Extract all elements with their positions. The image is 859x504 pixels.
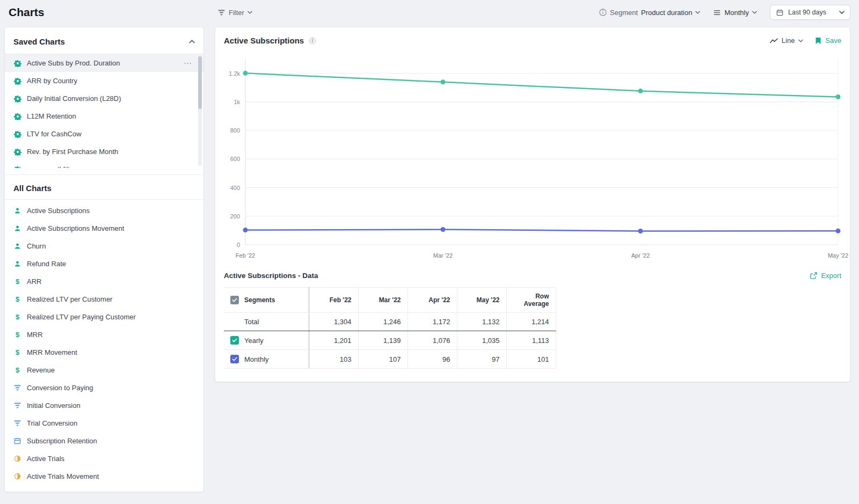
- chevron-down-icon: [752, 11, 757, 14]
- svg-text:1.2k: 1.2k: [229, 70, 240, 77]
- all-chart-item[interactable]: $Revenue: [5, 361, 203, 379]
- funnel-icon: [13, 385, 21, 391]
- export-label: Export: [821, 272, 841, 280]
- chevron-down-icon: [247, 11, 252, 14]
- chart-item-label: Refund Rate: [27, 260, 66, 268]
- segment-checkbox[interactable]: [230, 355, 239, 363]
- chart-type-select[interactable]: Line: [770, 36, 804, 45]
- gear-icon: [13, 166, 21, 169]
- chart-item-label: MRR Movement: [27, 348, 77, 356]
- info-icon[interactable]: [308, 37, 316, 45]
- chevron-down-icon: [839, 11, 845, 14]
- chevron-down-icon: [695, 11, 700, 14]
- chart-item-label: Active Trials: [27, 455, 64, 463]
- saved-charts-list: Active Subs by Prod. Duration⋯ARR by Cou…: [5, 54, 203, 168]
- column-header: Row Average: [506, 288, 556, 313]
- all-charts-title: All Charts: [13, 184, 52, 193]
- segments-header-label: Segments: [244, 296, 275, 304]
- chart-type-value: Line: [782, 36, 795, 45]
- data-cell: 1,113: [506, 331, 556, 350]
- all-charts-list: Active SubscriptionsActive Subscriptions…: [5, 200, 203, 492]
- filter-button[interactable]: Filter: [217, 9, 252, 17]
- all-chart-item[interactable]: Initial Conversion: [5, 397, 203, 414]
- save-icon: [814, 37, 822, 45]
- all-chart-item[interactable]: Active Trials: [5, 450, 203, 468]
- svg-text:Apr '22: Apr '22: [631, 252, 650, 259]
- all-chart-item[interactable]: Active Subscriptions: [5, 202, 203, 220]
- segment-control[interactable]: Segment Product duration: [599, 9, 700, 17]
- trial-icon: [13, 473, 21, 480]
- saved-charts-header: Saved Charts: [5, 27, 203, 54]
- data-cell: 97: [457, 350, 506, 369]
- chart-item-label: Subscription Retention: [27, 437, 97, 445]
- item-overflow-menu[interactable]: ⋯: [184, 59, 192, 68]
- segment-label: Yearly: [244, 337, 264, 345]
- info-icon: [599, 9, 607, 16]
- user-icon: [13, 207, 21, 214]
- gear-icon: [13, 77, 21, 85]
- all-chart-item[interactable]: Conversion to Paying: [5, 379, 203, 397]
- data-cell: 1,139: [358, 331, 407, 350]
- saved-chart-item[interactable]: L12M Retention: [5, 107, 203, 125]
- saved-chart-item[interactable]: revenue all filters: [5, 160, 203, 168]
- all-charts-header: All Charts: [5, 174, 203, 200]
- all-chart-item[interactable]: Churn: [5, 237, 203, 255]
- chart-item-label: Active Subscriptions: [27, 207, 90, 215]
- column-header: Segments: [224, 288, 309, 313]
- data-cell: 1,304: [309, 313, 358, 331]
- export-button[interactable]: Export: [810, 272, 841, 280]
- chart-item-label: Active Subs by Prod. Duration: [27, 59, 120, 67]
- funnel-icon: [13, 403, 21, 408]
- collapse-chevron-up-icon[interactable]: [189, 40, 195, 43]
- table-row: Total1,3041,2461,1721,1321,214: [224, 313, 556, 331]
- all-chart-item[interactable]: $MRR: [5, 326, 203, 344]
- dollar-icon: $: [13, 313, 21, 321]
- export-icon: [810, 272, 818, 279]
- saved-chart-item[interactable]: Rev. by First Purchase Month: [5, 143, 203, 160]
- column-header: Feb '22: [309, 288, 358, 313]
- chart-item-label: ARR: [27, 277, 41, 286]
- segment-label: Total: [244, 318, 259, 326]
- interval-value: Monthly: [724, 9, 749, 17]
- svg-text:May '22: May '22: [828, 252, 848, 259]
- data-cell: 107: [358, 350, 407, 369]
- all-chart-item[interactable]: $Realized LTV per Customer: [5, 290, 203, 308]
- segment-label: Segment: [610, 9, 638, 17]
- data-section-header: Active Subscriptions - Data Export: [215, 263, 850, 282]
- date-range-value: Last 90 days: [788, 9, 826, 16]
- data-cell: 1,201: [309, 331, 358, 350]
- all-chart-item[interactable]: Active Subscriptions Movement: [5, 220, 203, 237]
- saved-chart-item[interactable]: Active Subs by Prod. Duration⋯: [5, 54, 203, 72]
- saved-chart-item[interactable]: Daily Initial Conversion (L28D): [5, 90, 203, 107]
- svg-text:0: 0: [237, 242, 240, 248]
- svg-text:400: 400: [230, 185, 240, 191]
- chart-item-label: Churn: [27, 242, 46, 250]
- chart-item-label: Revenue: [27, 366, 55, 374]
- all-chart-item[interactable]: Subscription Retention: [5, 432, 203, 450]
- column-header: Apr '22: [407, 288, 457, 313]
- chart-item-label: Active Subscriptions Movement: [27, 224, 124, 232]
- chart-item-label: Realized LTV per Paying Customer: [27, 313, 136, 321]
- filter-label: Filter: [229, 9, 244, 17]
- all-chart-item[interactable]: Trial Conversion: [5, 414, 203, 432]
- all-chart-item[interactable]: Active Trials Movement: [5, 468, 203, 485]
- line-chart-icon: [770, 38, 778, 43]
- all-chart-item[interactable]: $Realized LTV per Paying Customer: [5, 308, 203, 326]
- all-chart-item[interactable]: $ARR: [5, 273, 203, 290]
- select-all-checkbox[interactable]: [230, 296, 239, 304]
- data-cell: 1,214: [506, 313, 556, 331]
- interval-control[interactable]: Monthly: [713, 9, 757, 17]
- saved-chart-item[interactable]: LTV for CashCow: [5, 125, 203, 143]
- saved-chart-item[interactable]: ARR by Country: [5, 72, 203, 90]
- all-chart-item[interactable]: Refund Rate: [5, 255, 203, 273]
- funnel-icon: [13, 420, 21, 426]
- scrollbar-thumb[interactable]: [198, 56, 202, 109]
- page-title: Charts: [9, 6, 217, 19]
- all-chart-item[interactable]: $MRR Movement: [5, 344, 203, 361]
- segments-data-table: SegmentsFeb '22Mar '22Apr '22May '22Row …: [224, 287, 556, 369]
- save-button[interactable]: Save: [814, 36, 841, 45]
- date-range-select[interactable]: Last 90 days: [770, 5, 850, 20]
- chart-item-label: L12M Retention: [27, 112, 76, 120]
- svg-text:800: 800: [230, 127, 240, 134]
- segment-checkbox[interactable]: [230, 336, 239, 345]
